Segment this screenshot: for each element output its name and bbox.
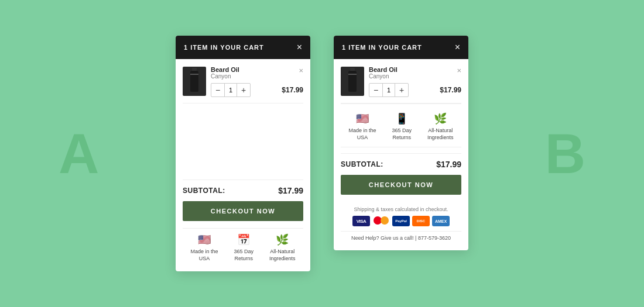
cart-body-a: Beard Oil Canyon − 1 + $17.99 × SUBTOTAL (176, 59, 310, 271)
trust-item-usa-a: 🇺🇸 Made in theUSA (190, 233, 218, 262)
panels-container: 1 ITEM IN YOUR CART × Beard Oil Canyon −… (176, 36, 468, 271)
cart-header-a: 1 ITEM IN YOUR CART × (176, 36, 310, 59)
item-variant-b: Canyon (369, 73, 461, 80)
natural-icon-b: 🌿 (434, 112, 447, 125)
subtotal-row-a: SUBTOTAL: $17.99 (183, 180, 303, 201)
item-name-b: Beard Oil (369, 66, 461, 73)
returns-icon-b: 📱 (395, 112, 408, 125)
usa-label-a: Made in theUSA (190, 249, 218, 262)
usa-icon-a: 🇺🇸 (198, 233, 211, 246)
close-button-a[interactable]: × (297, 43, 302, 52)
item-info-a: Beard Oil Canyon − 1 + $17.99 (211, 66, 303, 97)
payment-visa: VISA (352, 216, 370, 226)
trust-item-returns-a: 📅 365 DayReturns (234, 233, 254, 262)
returns-label-b: 365 DayReturns (392, 127, 412, 141)
item-info-b: Beard Oil Canyon − 1 + $17.99 (369, 66, 461, 97)
trust-icons-a: 🇺🇸 Made in theUSA 📅 365 DayReturns 🌿 All… (183, 228, 303, 264)
qty-value-a: 1 (224, 84, 237, 96)
usa-label-b: Made in theUSA (348, 127, 376, 141)
subtotal-label-b: SUBTOTAL: (341, 160, 383, 168)
bottle-icon-a (190, 71, 198, 92)
cart-item-a: Beard Oil Canyon − 1 + $17.99 × (183, 66, 303, 104)
variant-label-b: B (545, 122, 585, 186)
subtotal-value-a: $17.99 (278, 186, 303, 195)
checkout-button-a[interactable]: CHECKOUT NOW (183, 201, 303, 221)
item-name-a: Beard Oil (211, 66, 303, 73)
qty-increase-b[interactable]: + (395, 84, 408, 96)
payment-paypal: PayPal (392, 216, 410, 226)
cart-item-b: Beard Oil Canyon − 1 + $17.99 × (341, 66, 461, 104)
natural-label-b: All-NaturalIngredients (427, 127, 454, 141)
subtotal-value-b: $17.99 (436, 160, 461, 169)
item-variant-a: Canyon (211, 73, 303, 80)
trust-item-natural-b: 🌿 All-NaturalIngredients (427, 112, 454, 141)
payment-mc (372, 216, 390, 226)
natural-label-a: All-NaturalIngredients (269, 249, 296, 262)
returns-label-a: 365 DayReturns (234, 249, 254, 262)
item-remove-b[interactable]: × (457, 66, 461, 75)
close-button-b[interactable]: × (455, 43, 460, 52)
help-text-b: Need Help? Give us a call! | 877-579-362… (341, 231, 461, 243)
qty-increase-a[interactable]: + (237, 84, 250, 96)
trust-item-natural-a: 🌿 All-NaturalIngredients (269, 233, 296, 262)
cart-panel-b: 1 ITEM IN YOUR CART × Beard Oil Canyon −… (334, 36, 468, 250)
item-price-b: $17.99 (440, 86, 461, 94)
usa-icon-b: 🇺🇸 (356, 112, 369, 125)
item-image-b (341, 67, 364, 96)
cart-spacer-a (183, 104, 303, 180)
bottle-icon-b (348, 71, 357, 92)
qty-control-b: − 1 + (369, 83, 409, 97)
trust-item-returns-b: 📱 365 DayReturns (392, 112, 412, 141)
item-remove-a[interactable]: × (299, 66, 303, 75)
payment-icons-b: VISA PayPal DISC AMEX (341, 216, 461, 226)
qty-decrease-a[interactable]: − (211, 84, 224, 96)
cart-title-b: 1 ITEM IN YOUR CART (342, 44, 422, 51)
quantity-row-b: − 1 + $17.99 (369, 83, 461, 97)
payment-amex: AMEX (432, 216, 450, 226)
payment-discover: DISC (412, 216, 430, 226)
qty-control-a: − 1 + (211, 83, 251, 97)
quantity-row-a: − 1 + $17.99 (211, 83, 303, 97)
cart-body-b: Beard Oil Canyon − 1 + $17.99 × 🇺🇸 (334, 59, 468, 250)
item-price-a: $17.99 (282, 86, 303, 94)
returns-icon-a: 📅 (237, 233, 250, 246)
cart-title-a: 1 ITEM IN YOUR CART (184, 44, 264, 51)
variant-label-a: A (59, 122, 99, 186)
qty-value-b: 1 (382, 84, 395, 96)
natural-icon-a: 🌿 (276, 233, 289, 246)
checkout-button-b[interactable]: CHECKOUT NOW (341, 175, 461, 195)
subtotal-label-a: SUBTOTAL: (183, 187, 225, 195)
cart-panel-a: 1 ITEM IN YOUR CART × Beard Oil Canyon −… (176, 36, 310, 271)
qty-decrease-b[interactable]: − (369, 84, 382, 96)
trust-item-usa-b: 🇺🇸 Made in theUSA (348, 112, 376, 141)
trust-icons-b: 🇺🇸 Made in theUSA 📱 365 DayReturns 🌿 All… (341, 104, 461, 147)
cart-header-b: 1 ITEM IN YOUR CART × (334, 36, 468, 59)
shipping-note-b: Shipping & taxes calculated in checkout. (341, 206, 461, 212)
subtotal-row-b: SUBTOTAL: $17.99 (341, 153, 461, 175)
item-image-a (183, 67, 206, 96)
